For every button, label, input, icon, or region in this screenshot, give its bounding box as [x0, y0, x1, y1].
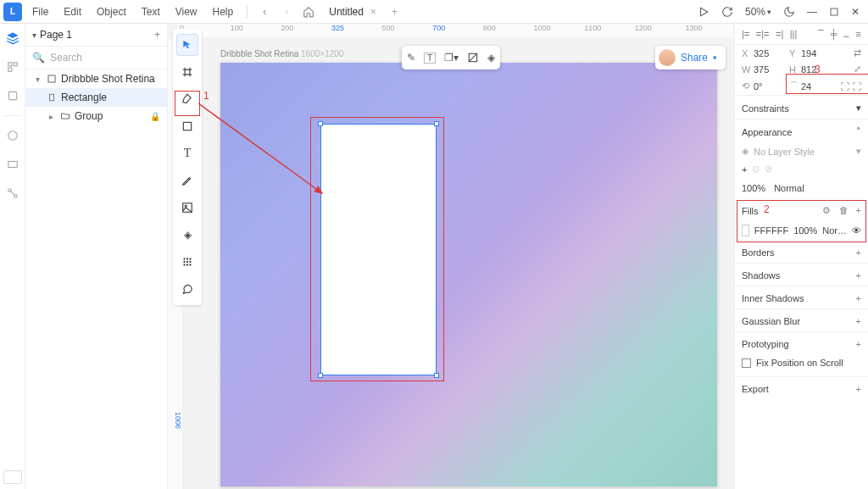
- add-style-icon[interactable]: +: [742, 164, 747, 175]
- close-icon[interactable]: ✕: [851, 6, 860, 18]
- visibility-icon[interactable]: 👁: [852, 225, 861, 236]
- add-page-icon[interactable]: +: [154, 29, 160, 41]
- tab-add-icon[interactable]: +: [392, 6, 398, 18]
- menu-object[interactable]: Object: [92, 3, 131, 20]
- update-style-icon[interactable]: ⊙: [752, 164, 760, 175]
- align-top-icon[interactable]: ⎺: [818, 29, 824, 39]
- section-blur[interactable]: Gaussian Blur+: [735, 308, 868, 331]
- image-tool[interactable]: [176, 197, 198, 219]
- section-constraints[interactable]: Constraints ▾: [735, 95, 868, 119]
- component-tool[interactable]: ◈: [176, 224, 198, 246]
- boolean-icon[interactable]: ❐▾: [444, 52, 459, 64]
- fix-position-row[interactable]: Fix Position on Scroll: [735, 354, 868, 376]
- pencil-tool[interactable]: [176, 169, 198, 192]
- mask-icon[interactable]: [467, 52, 479, 64]
- section-fills[interactable]: Fills ⚙ 🗑 +: [735, 198, 868, 221]
- add-shadow-icon[interactable]: +: [856, 270, 861, 281]
- align-right-icon[interactable]: =|: [776, 29, 783, 39]
- detach-style-icon[interactable]: ⊘: [765, 164, 772, 175]
- tab-title[interactable]: Untitled: [329, 6, 364, 18]
- distribute-icon[interactable]: ≡: [856, 29, 861, 39]
- menu-file[interactable]: File: [27, 3, 53, 20]
- menu-edit[interactable]: Edit: [58, 3, 86, 20]
- fills-add-icon[interactable]: +: [856, 205, 861, 215]
- prop-rot[interactable]: 0°: [754, 81, 786, 92]
- tab-close-icon[interactable]: ×: [370, 6, 376, 18]
- rail-styles-icon[interactable]: [3, 126, 22, 145]
- align-bottom-icon[interactable]: ⎽: [843, 29, 849, 39]
- layer-rectangle[interactable]: Rectangle: [25, 88, 167, 107]
- maximize-icon[interactable]: [829, 7, 839, 17]
- frame-tool[interactable]: [176, 61, 198, 83]
- menu-text[interactable]: Text: [136, 3, 165, 20]
- fill-swatch[interactable]: [742, 225, 749, 236]
- layer-search[interactable]: 🔍 Search: [25, 47, 167, 69]
- refresh-icon[interactable]: [721, 6, 733, 18]
- align-left-icon[interactable]: |=: [742, 29, 749, 39]
- add-inner-icon[interactable]: +: [856, 293, 861, 303]
- align-vcenter-icon[interactable]: ╪: [831, 29, 837, 39]
- prop-y[interactable]: 194: [801, 48, 833, 58]
- add-border-icon[interactable]: +: [856, 247, 861, 258]
- layer-frame[interactable]: ▾ Dribbble Shot Retina: [25, 69, 167, 88]
- opacity-value[interactable]: 100%: [742, 183, 765, 193]
- align-justify-icon[interactable]: |||: [790, 29, 798, 39]
- collapse-icon[interactable]: ▾: [32, 75, 42, 84]
- grid-tool[interactable]: [176, 251, 198, 273]
- share-button[interactable]: Share ▾: [655, 46, 726, 69]
- canvas-area[interactable]: 01002003255007008001000110012001300 194 …: [168, 24, 734, 489]
- layer-group[interactable]: ▸ Group 🔒: [25, 107, 167, 125]
- select-tool[interactable]: [176, 34, 198, 56]
- nav-back-icon[interactable]: ‹: [256, 3, 273, 20]
- add-blur-icon[interactable]: +: [856, 316, 861, 326]
- rail-flow-icon[interactable]: [3, 184, 22, 203]
- prop-h[interactable]: 812: [801, 64, 833, 75]
- edit-shape-icon[interactable]: ✎: [407, 52, 415, 64]
- section-inner-shadows[interactable]: Inner Shadows+: [735, 286, 868, 308]
- comment-tool[interactable]: [176, 278, 198, 300]
- fill-blend[interactable]: Nor…: [822, 225, 847, 236]
- collapse-icon[interactable]: ▸: [46, 112, 56, 121]
- fix-checkbox[interactable]: [742, 358, 751, 368]
- play-icon[interactable]: [698, 6, 709, 18]
- minimize-icon[interactable]: —: [807, 6, 817, 18]
- prop-radius[interactable]: 24: [801, 81, 833, 92]
- section-appearance[interactable]: Appearance ˄: [735, 119, 868, 142]
- menu-help[interactable]: Help: [208, 3, 239, 20]
- fills-delete-icon[interactable]: 🗑: [839, 205, 849, 215]
- section-export[interactable]: Export+: [735, 376, 868, 399]
- section-proto[interactable]: Prototyping+: [735, 331, 868, 354]
- fill-item[interactable]: FFFFFF 100% Nor… 👁: [735, 221, 868, 240]
- flip-icon[interactable]: ⇄: [854, 47, 861, 58]
- fill-hex[interactable]: FFFFFF: [754, 225, 788, 236]
- rail-components-icon[interactable]: [3, 86, 22, 105]
- menu-view[interactable]: View: [170, 3, 203, 20]
- app-logo[interactable]: L: [3, 3, 22, 21]
- nav-fwd-icon[interactable]: ›: [278, 3, 295, 20]
- prop-w[interactable]: 375: [754, 64, 786, 75]
- page-selector[interactable]: ▾ Page 1 +: [25, 24, 167, 47]
- home-icon[interactable]: [300, 3, 317, 20]
- fill-opacity[interactable]: 100%: [793, 225, 817, 236]
- artboard[interactable]: Dribbble Shot Retina 1600×1200: [220, 63, 717, 486]
- rail-footer-icon[interactable]: [3, 470, 22, 484]
- text-icon[interactable]: T: [424, 53, 436, 64]
- no-layer-style[interactable]: No Layer Style: [754, 147, 815, 157]
- rectangle-tool[interactable]: [176, 115, 198, 137]
- add-proto-icon[interactable]: +: [856, 339, 861, 349]
- text-tool[interactable]: T: [176, 142, 198, 164]
- section-borders[interactable]: Borders+: [735, 240, 868, 263]
- dark-mode-icon[interactable]: [783, 6, 795, 18]
- pen-tool[interactable]: [176, 88, 198, 110]
- rail-layers-icon[interactable]: [3, 29, 22, 47]
- rail-assets-icon[interactable]: [3, 58, 22, 76]
- lock-aspect-icon[interactable]: ⤢: [854, 64, 861, 75]
- blend-mode[interactable]: Normal: [774, 183, 804, 193]
- lock-icon[interactable]: 🔒: [150, 112, 160, 121]
- prop-x[interactable]: 325: [754, 48, 786, 58]
- component-icon[interactable]: ◈: [487, 52, 495, 64]
- section-shadows[interactable]: Shadows+: [735, 263, 868, 286]
- radius-per-corner-icon[interactable]: ⛶ ⛶: [840, 81, 861, 92]
- add-export-icon[interactable]: +: [856, 384, 861, 394]
- zoom-level[interactable]: 50%▾: [745, 6, 771, 18]
